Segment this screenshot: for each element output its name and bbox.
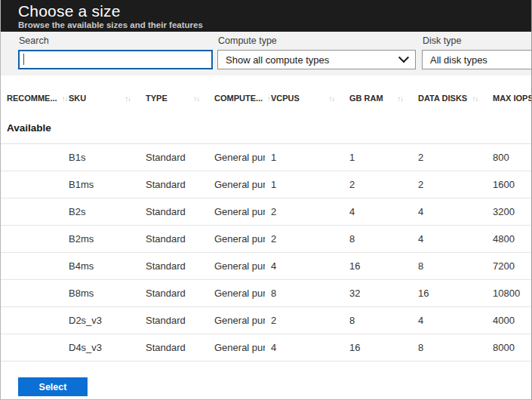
disk-type-value: All disk types	[430, 54, 487, 66]
table-row-B2ms[interactable]: B2ms Standard General purpose 2 8 4 4800	[1, 226, 532, 253]
sort-icon: ↑↓	[121, 94, 131, 103]
table-row-B1ms[interactable]: B1ms Standard General purpose 1 2 2 1600	[1, 171, 532, 198]
column-header-vcpus[interactable]: VCPUS ↑↓	[265, 87, 343, 109]
compute-type-label: Compute type	[218, 35, 416, 46]
cell-sku: D2s_v3	[63, 315, 140, 326]
cell-vcpus: 2	[265, 315, 343, 326]
group-header-available: Available	[1, 109, 531, 144]
cell-vcpus: 4	[265, 342, 343, 353]
cell-max-iops: 1600	[487, 179, 532, 190]
cell-gb-ram: 8	[343, 233, 412, 245]
search-box	[18, 50, 213, 69]
cell-max-iops: 8000	[487, 342, 532, 353]
cell-vcpus: 8	[265, 288, 343, 299]
compute-type-value: Show all compute types	[226, 54, 329, 66]
column-header-sku[interactable]: SKU ↑↓	[63, 87, 140, 109]
cell-compute-type: General purpose	[208, 152, 265, 163]
cell-data-disks: 8	[412, 260, 487, 272]
cell-max-iops: 3200	[487, 206, 532, 217]
table-row-B4ms[interactable]: B4ms Standard General purpose 4 16 8 720…	[1, 253, 532, 280]
cell-gb-ram: 16	[343, 342, 412, 353]
cell-type: Standard	[140, 315, 208, 326]
table-row-B1s[interactable]: B1s Standard General purpose 1 1 2 800	[1, 144, 532, 171]
page-subtitle: Browse the available sizes and their fea…	[18, 20, 531, 30]
cell-max-iops: 7200	[487, 260, 532, 272]
column-header-compute[interactable]: COMPUTE... ↑↓	[208, 87, 265, 109]
cell-data-disks: 2	[412, 152, 487, 163]
cell-max-iops: 4800	[487, 233, 532, 245]
compute-type-dropdown[interactable]: Show all compute types	[217, 50, 416, 69]
chevron-down-icon	[398, 52, 409, 63]
column-header-label: DATA DISKS	[418, 94, 467, 103]
table-row-B8ms[interactable]: B8ms Standard General purpose 8 32 16 10…	[1, 280, 532, 307]
cell-gb-ram: 32	[343, 288, 412, 299]
column-header-label: SKU	[69, 94, 86, 103]
cell-compute-type: General purpose	[208, 206, 265, 217]
disk-type-filter: Disk type All disk types	[422, 35, 532, 69]
cell-type: Standard	[140, 179, 208, 190]
column-header-label: GB RAM	[349, 94, 383, 103]
cell-compute-type: General purpose	[208, 288, 265, 299]
sort-icon: ↑↓	[468, 94, 478, 103]
cell-type: Standard	[140, 288, 208, 299]
cell-sku: D4s_v3	[63, 342, 140, 353]
cell-sku: B1s	[63, 152, 140, 163]
column-header-type[interactable]: TYPE ↑↓	[140, 87, 208, 109]
cell-compute-type: General purpose	[208, 260, 265, 272]
column-header-recommended[interactable]: RECOMME... ↑↓	[1, 87, 63, 109]
cell-vcpus: 2	[265, 206, 343, 217]
cell-compute-type: General purpose	[208, 342, 265, 353]
cell-data-disks: 4	[412, 233, 487, 245]
cell-gb-ram: 1	[343, 152, 412, 163]
column-header-label: MAX IOPS	[493, 94, 532, 103]
column-header-label: TYPE	[146, 94, 168, 103]
cell-type: Standard	[140, 206, 208, 217]
cell-gb-ram: 8	[343, 315, 412, 326]
choose-a-size-dialog: Choose a size Browse the available sizes…	[0, 0, 532, 400]
disk-type-dropdown[interactable]: All disk types	[422, 50, 532, 69]
column-header-maxiops[interactable]: MAX IOPS	[487, 87, 532, 109]
cell-vcpus: 1	[265, 152, 343, 163]
cell-data-disks: 4	[412, 206, 487, 217]
table-row-B2s[interactable]: B2s Standard General purpose 2 4 4 3200	[1, 198, 532, 226]
table-row-D2s_v3[interactable]: D2s_v3 Standard General purpose 2 8 4 40…	[1, 307, 532, 334]
cell-sku: B8ms	[63, 288, 140, 299]
cell-max-iops: 10800	[487, 288, 532, 299]
cell-gb-ram: 4	[343, 206, 412, 217]
column-header-label: COMPUTE...	[214, 94, 263, 103]
disk-type-label: Disk type	[423, 35, 532, 46]
table-body: B1s Standard General purpose 1 1 2 800 B…	[1, 144, 531, 362]
sort-icon: ↑↓	[393, 94, 404, 103]
cell-type: Standard	[140, 233, 208, 245]
cell-sku: B4ms	[63, 260, 140, 272]
cell-vcpus: 1	[265, 179, 343, 190]
select-button[interactable]: Select	[18, 377, 88, 396]
cell-data-disks: 2	[412, 179, 487, 190]
text-cursor	[23, 54, 24, 65]
cell-max-iops: 800	[487, 152, 532, 163]
cell-type: Standard	[140, 152, 208, 163]
cell-compute-type: General purpose	[208, 233, 265, 245]
cell-data-disks: 16	[412, 288, 487, 299]
cell-gb-ram: 16	[343, 260, 412, 272]
column-header-gbram[interactable]: GB RAM ↑↓	[343, 87, 412, 109]
search-filter: Search	[18, 35, 213, 69]
cell-gb-ram: 2	[343, 179, 412, 190]
sort-icon: ↑↓	[324, 94, 335, 103]
filter-bar: Search Compute type Show all compute typ…	[1, 32, 531, 75]
search-input[interactable]	[18, 50, 213, 69]
cell-type: Standard	[140, 342, 208, 353]
sort-icon: ↑↓	[189, 94, 200, 103]
table-row-D4s_v3[interactable]: D4s_v3 Standard General purpose 4 16 8 8…	[1, 334, 532, 362]
cell-sku: B2s	[63, 206, 140, 217]
cell-compute-type: General purpose	[208, 315, 265, 326]
cell-sku: B1ms	[63, 179, 140, 190]
cell-vcpus: 2	[265, 233, 343, 245]
table-header-row: RECOMME... ↑↓ SKU ↑↓ TYPE ↑↓ COMPUTE... …	[1, 75, 532, 109]
cell-vcpus: 4	[265, 260, 343, 272]
dialog-header: Choose a size Browse the available sizes…	[1, 0, 531, 32]
cell-compute-type: General purpose	[208, 179, 265, 190]
column-header-label: RECOMME...	[7, 94, 57, 103]
cell-type: Standard	[140, 260, 208, 272]
column-header-datadisks[interactable]: DATA DISKS ↑↓	[412, 87, 487, 109]
